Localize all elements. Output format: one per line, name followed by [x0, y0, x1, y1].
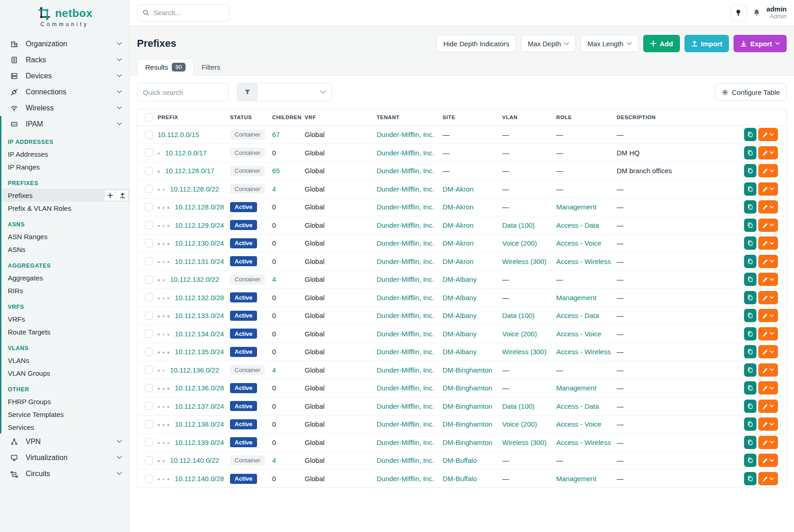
import-button[interactable]: Import — [684, 35, 729, 52]
row-checkbox[interactable] — [145, 366, 153, 374]
max-depth-dropdown[interactable]: Max Depth — [521, 35, 576, 52]
row-checkbox[interactable] — [145, 456, 153, 465]
sidebar-item-asn-ranges[interactable]: ASN Ranges — [1, 230, 129, 243]
tab-filters[interactable]: Filters — [194, 59, 228, 76]
children-link[interactable]: 65 — [272, 167, 280, 175]
prefix-link[interactable]: 10.112.132.0/22 — [170, 275, 219, 283]
hide-depth-indicators-button[interactable]: Hide Depth Indicators — [436, 35, 516, 52]
clone-button[interactable] — [744, 255, 756, 268]
quick-import-button[interactable] — [116, 190, 129, 201]
max-length-dropdown[interactable]: Max Length — [580, 35, 638, 52]
role-link[interactable]: Access - Data — [556, 402, 599, 410]
prefix-link[interactable]: 10.112.138.0/24 — [175, 420, 224, 428]
role-link[interactable]: Management — [556, 475, 597, 483]
site-link[interactable]: DM-Binghamton — [443, 384, 492, 392]
site-link[interactable]: DM-Akron — [443, 239, 474, 247]
clone-button[interactable] — [744, 164, 756, 177]
role-link[interactable]: Access - Wireless — [556, 439, 611, 446]
row-checkbox[interactable] — [145, 293, 153, 302]
tenant-link[interactable]: Dunder-Mifflin, Inc. — [377, 185, 434, 193]
site-link[interactable]: DM-Albany — [443, 294, 476, 302]
prefix-link[interactable]: 10.112.0.0/15 — [158, 131, 199, 138]
prefix-link[interactable]: 10.112.133.0/24 — [175, 312, 224, 319]
tab-results[interactable]: Results 90 — [137, 59, 194, 76]
edit-button[interactable] — [758, 182, 778, 196]
role-link[interactable]: Management — [556, 294, 597, 302]
export-button[interactable]: Export — [734, 35, 787, 52]
row-checkbox[interactable] — [145, 329, 153, 338]
clone-button[interactable] — [744, 417, 756, 431]
prefix-link[interactable]: 10.112.131.0/24 — [175, 258, 224, 265]
clone-button[interactable] — [744, 236, 756, 250]
row-checkbox[interactable] — [145, 384, 153, 392]
sidebar-item-aggregates[interactable]: Aggregates — [1, 271, 129, 284]
clone-button[interactable] — [744, 273, 756, 286]
site-link[interactable]: DM-Akron — [443, 221, 474, 229]
prefix-link[interactable]: 10.112.134.0/24 — [175, 330, 224, 338]
edit-button[interactable] — [758, 417, 778, 431]
tenant-link[interactable]: Dunder-Mifflin, Inc. — [377, 149, 434, 157]
sidebar-item-vrfs[interactable]: VRFs — [1, 313, 129, 325]
site-link[interactable]: DM-Buffalo — [443, 456, 477, 464]
role-link[interactable]: Access - Data — [556, 312, 599, 319]
vlan-link[interactable]: Data (100) — [502, 221, 535, 229]
row-checkbox[interactable] — [145, 239, 153, 247]
edit-button[interactable] — [758, 345, 778, 358]
row-checkbox[interactable] — [145, 185, 153, 193]
clone-button[interactable] — [744, 363, 756, 377]
saved-filter-select[interactable] — [257, 83, 332, 101]
edit-button[interactable] — [758, 381, 778, 395]
tenant-link[interactable]: Dunder-Mifflin, Inc. — [377, 420, 434, 428]
user-menu[interactable]: admin Admin — [767, 5, 787, 20]
clone-button[interactable] — [744, 200, 756, 214]
sidebar-item-prefixes[interactable]: Prefixes — [1, 189, 129, 202]
site-link[interactable]: DM-Albany — [443, 330, 476, 338]
prefix-link[interactable]: 10.112.129.0/24 — [175, 221, 224, 229]
tenant-link[interactable]: Dunder-Mifflin, Inc. — [377, 348, 434, 356]
tenant-link[interactable]: Dunder-Mifflin, Inc. — [377, 439, 434, 446]
edit-button[interactable] — [758, 164, 778, 177]
sidebar-item-devices[interactable]: Devices — [0, 68, 129, 84]
row-checkbox[interactable] — [145, 420, 153, 428]
sidebar-item-ip-addresses[interactable]: IP Addresses — [1, 148, 129, 160]
vlan-link[interactable]: Wireless (300) — [502, 348, 547, 356]
site-link[interactable]: DM-Binghamton — [443, 439, 492, 446]
clone-button[interactable] — [744, 309, 756, 322]
prefix-link[interactable]: 10.112.0.0/17 — [165, 149, 207, 157]
sidebar-item-vlan-groups[interactable]: VLAN Groups — [1, 367, 129, 379]
children-link[interactable]: 67 — [272, 131, 280, 138]
role-link[interactable]: Access - Voice — [556, 330, 601, 338]
edit-button[interactable] — [758, 436, 778, 449]
sidebar-item-ipam[interactable]: IPAM — [1, 116, 129, 132]
tenant-link[interactable]: Dunder-Mifflin, Inc. — [377, 294, 434, 302]
theme-toggle-button[interactable] — [730, 5, 747, 21]
clone-button[interactable] — [744, 146, 756, 159]
prefix-link[interactable]: 10.112.128.0/17 — [165, 167, 214, 175]
edit-button[interactable] — [758, 309, 778, 322]
vlan-link[interactable]: Wireless (300) — [502, 439, 547, 446]
prefix-link[interactable]: 10.112.140.0/28 — [175, 475, 224, 483]
clone-button[interactable] — [744, 400, 756, 413]
tenant-link[interactable]: Dunder-Mifflin, Inc. — [377, 167, 434, 175]
prefix-link[interactable]: 10.112.137.0/24 — [175, 402, 224, 410]
children-link[interactable]: 4 — [272, 185, 276, 193]
prefix-link[interactable]: 10.112.130.0/24 — [175, 239, 224, 247]
role-link[interactable]: Management — [556, 384, 597, 392]
clone-button[interactable] — [744, 291, 756, 304]
vlan-link[interactable]: Data (100) — [502, 402, 535, 410]
sidebar-item-vpn[interactable]: VPN — [0, 433, 129, 450]
edit-button[interactable] — [758, 255, 778, 268]
role-link[interactable]: Access - Voice — [556, 420, 601, 428]
role-link[interactable]: Access - Wireless — [556, 348, 611, 356]
vlan-link[interactable]: Data (100) — [502, 312, 535, 319]
sidebar-item-service-templates[interactable]: Service Templates — [1, 408, 129, 421]
sidebar-item-racks[interactable]: Racks — [0, 52, 129, 68]
global-search-input[interactable] — [153, 9, 245, 16]
clone-button[interactable] — [744, 327, 756, 340]
site-link[interactable]: DM-Binghamton — [443, 420, 492, 428]
tenant-link[interactable]: Dunder-Mifflin, Inc. — [377, 131, 434, 138]
row-checkbox[interactable] — [145, 312, 153, 320]
tenant-link[interactable]: Dunder-Mifflin, Inc. — [377, 330, 434, 338]
tenant-link[interactable]: Dunder-Mifflin, Inc. — [377, 258, 434, 265]
clone-button[interactable] — [744, 472, 756, 485]
